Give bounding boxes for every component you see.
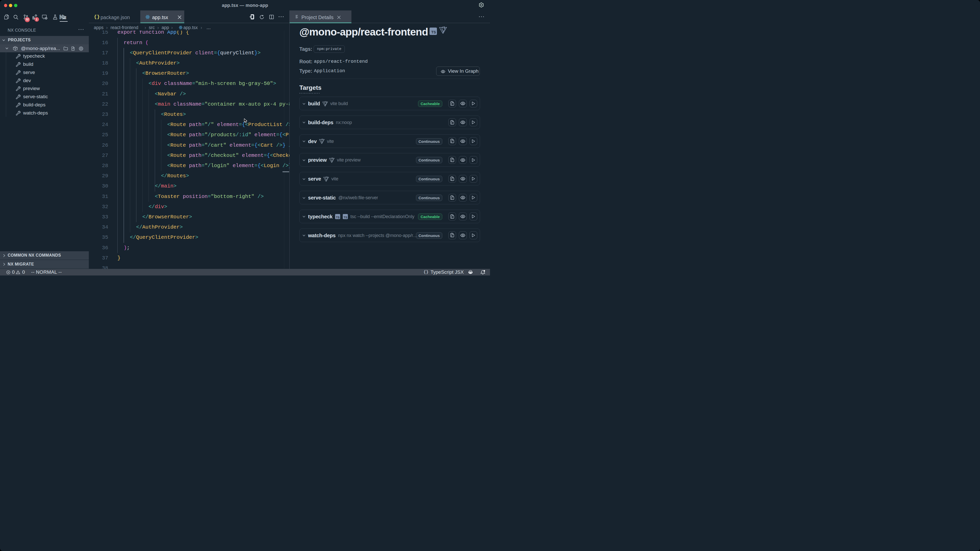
svg-text:N: N [59,14,64,20]
svg-text:≥: ≥ [64,14,66,20]
